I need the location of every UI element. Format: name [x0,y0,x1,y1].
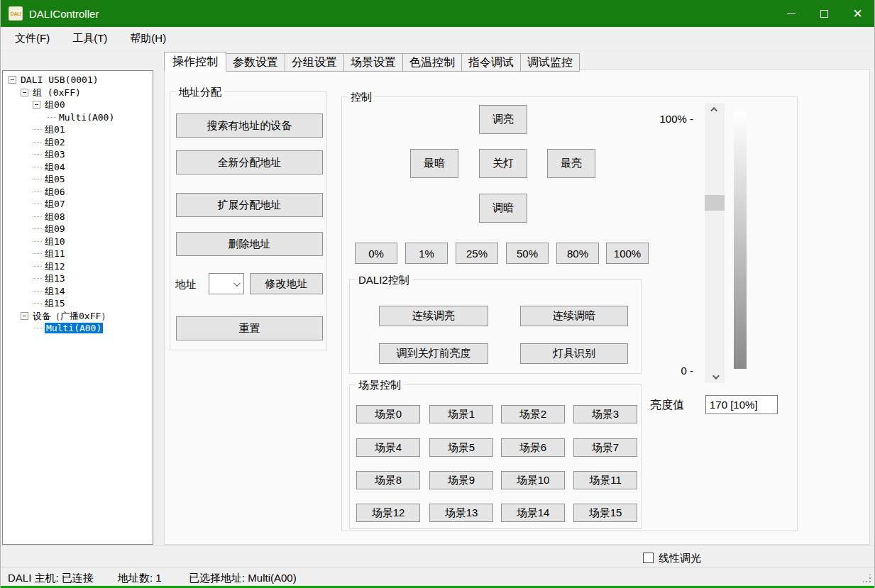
tree-item-group03[interactable]: 组03 [3,148,153,161]
tree-item-group08[interactable]: 组08 [3,211,153,223]
tree-item-multi-a00[interactable]: Multi(A00) [3,111,153,124]
tree-item-dali-usb[interactable]: DALI USB(0001) [3,74,153,87]
collapse-icon[interactable] [21,89,28,96]
percent-80-button[interactable]: 80% [556,243,599,264]
collapse-icon[interactable] [21,312,28,320]
brightness-gradient-bar [734,111,747,369]
tree-item-group09[interactable]: 组09 [3,223,153,235]
scene-11-button[interactable]: 场景11 [573,471,637,489]
tab-strip: 操作控制 参数设置 分组设置 场景设置 色温控制 指令调试 调试监控 [164,52,579,72]
tab-color-temp-control[interactable]: 色温控制 [402,53,462,72]
percent-50-button[interactable]: 50% [506,243,549,264]
tree-connector [33,154,42,155]
resize-grip-icon[interactable] [863,575,871,583]
scene-7-button[interactable]: 场景7 [573,438,637,457]
scene-5-button[interactable]: 场景5 [429,438,493,457]
lights-off-button[interactable]: 关灯 [479,149,527,178]
percent-25-button[interactable]: 25% [456,243,498,264]
scene-8-button[interactable]: 场景8 [356,471,420,489]
app-icon: DALI [9,6,23,21]
tree-connector [33,204,42,204]
tree-item-group11[interactable]: 组11 [3,248,153,260]
scene-12-button[interactable]: 场景12 [356,504,420,522]
minimize-button[interactable] [774,0,808,27]
search-addressed-devices-button[interactable]: 搜索有地址的设备 [176,113,323,138]
linear-dimming-label[interactable]: 线性调光 [659,552,701,565]
tab-parameter-settings[interactable]: 参数设置 [226,53,285,72]
slider-min-label: 0 - [654,365,693,377]
reset-button[interactable]: 重置 [176,316,323,340]
address-label: 地址 [175,278,197,292]
scene-14-button[interactable]: 场景14 [501,504,565,522]
menu-file[interactable]: 文件(F) [6,28,58,49]
scene-3-button[interactable]: 场景3 [573,405,637,423]
tree-item-group15[interactable]: 组15 [3,297,153,310]
tree-item-device-broadcast[interactable]: 设备（广播0xFF） [3,310,153,323]
tab-command-debug[interactable]: 指令调试 [461,53,521,72]
continuous-brighten-button[interactable]: 连续调亮 [379,306,488,326]
address-assignment-title: 地址分配 [176,86,224,99]
modify-address-button[interactable]: 修改地址 [250,273,323,294]
scene-9-button[interactable]: 场景9 [429,471,493,489]
percent-1-button[interactable]: 1% [405,243,448,264]
tree-item-group12[interactable]: 组12 [3,260,153,273]
tree-item-multi-a00-selected[interactable]: Multi(A00) [3,322,153,335]
dim-button[interactable]: 调暗 [479,194,527,223]
brightest-button[interactable]: 最亮 [547,149,595,178]
percent-0-button[interactable]: 0% [355,243,397,264]
tree-item-group01[interactable]: 组01 [3,123,153,136]
tree-item-group02[interactable]: 组02 [3,136,153,149]
status-address-count: 地址数: 1 [118,572,162,585]
brightness-value-field[interactable]: 170 [10%] [705,395,778,414]
tree-item-group00[interactable]: 组00 [3,99,153,111]
scene-10-button[interactable]: 场景10 [501,471,565,489]
scrollbar-thumb[interactable] [705,195,725,211]
collapse-icon[interactable] [9,76,16,84]
scene-6-button[interactable]: 场景6 [501,438,565,457]
tab-grouping-settings[interactable]: 分组设置 [285,53,344,72]
collapse-icon[interactable] [33,101,40,109]
tree-connector [33,253,42,254]
restore-pre-off-brightness-button[interactable]: 调到关灯前亮度 [379,343,488,364]
device-tree: DALI USB(0001) 组 (0xFF) 组00 Multi(A00) 组… [2,70,153,545]
tree-item-group13[interactable]: 组13 [3,272,153,285]
scroll-down-button[interactable] [705,370,725,383]
assign-new-address-button[interactable]: 全新分配地址 [176,150,323,174]
status-selected-address: 已选择地址: Multi(A00) [189,572,297,585]
tree-item-group14[interactable]: 组14 [3,285,153,298]
linear-dimming-checkbox[interactable] [643,553,654,563]
tree-item-group07[interactable]: 组07 [3,198,153,211]
address-combobox[interactable] [209,273,244,294]
percent-100-button[interactable]: 100% [606,243,649,264]
continuous-dim-button[interactable]: 连续调暗 [520,306,628,326]
scene-15-button[interactable]: 场景15 [573,504,637,522]
scroll-up-button[interactable] [705,103,725,116]
tree-item-group04[interactable]: 组04 [3,161,153,174]
delete-address-button[interactable]: 删除地址 [176,232,323,256]
maximize-button[interactable] [808,0,841,27]
tree-item-group10[interactable]: 组10 [3,235,153,248]
tree-connector [33,142,42,143]
brightness-scrollbar[interactable] [705,103,725,383]
menu-help[interactable]: 帮助(H) [121,28,175,49]
tree-item-group06[interactable]: 组06 [3,186,153,199]
tree-connector [33,129,42,130]
close-button[interactable]: ✕ [841,0,874,27]
luminaire-identify-button[interactable]: 灯具识别 [520,343,628,364]
tree-item-group05[interactable]: 组05 [3,173,153,186]
extend-assign-address-button[interactable]: 扩展分配地址 [176,193,323,217]
scene-13-button[interactable]: 场景13 [429,504,493,522]
tab-page-operation-control: 地址分配 搜索有地址的设备 全新分配地址 扩展分配地址 删除地址 地址 修改地址… [164,70,870,545]
tab-operation-control[interactable]: 操作控制 [164,52,226,72]
menu-tools[interactable]: 工具(T) [64,28,116,49]
scene-0-button[interactable]: 场景0 [356,405,420,423]
scene-2-button[interactable]: 场景2 [501,405,565,423]
scene-4-button[interactable]: 场景4 [356,438,420,457]
scene-1-button[interactable]: 场景1 [429,405,493,423]
dimmest-button[interactable]: 最暗 [410,149,458,178]
brighten-button[interactable]: 调亮 [479,105,527,134]
tree-item-group-root[interactable]: 组 (0xFF) [3,87,153,99]
dali2-control-group: DALI2控制 连续调亮 连续调暗 调到关灯前亮度 灯具识别 [349,279,642,374]
tab-scene-settings[interactable]: 场景设置 [343,53,403,72]
tab-debug-monitor[interactable]: 调试监控 [520,53,580,72]
